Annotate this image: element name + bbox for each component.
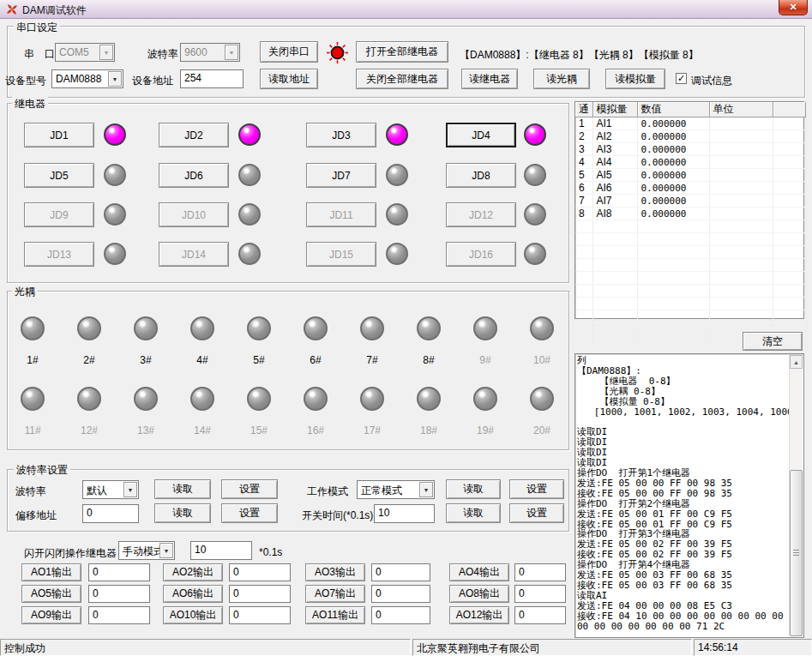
scroll-up-arrow-icon[interactable]: ▲ xyxy=(790,355,803,369)
chevron-down-icon[interactable]: ▼ xyxy=(123,482,137,497)
model-select[interactable]: DAM0888 ▼ xyxy=(51,69,123,88)
table-row[interactable]: 7AI70.000000 xyxy=(575,195,805,208)
clear-log-button[interactable]: 清空 xyxy=(743,332,803,351)
opto-led-1 xyxy=(21,316,45,340)
table-row[interactable]: 2AI20.000000 xyxy=(575,130,805,143)
table-cell xyxy=(637,298,709,310)
relay-button-jd9[interactable]: JD9 xyxy=(24,202,94,227)
chevron-down-icon[interactable]: ▼ xyxy=(419,482,433,497)
com-port-select[interactable]: COM5 ▼ xyxy=(55,43,115,62)
baud-setting-select[interactable]: 默认 ▼ xyxy=(82,480,139,499)
read-opto-button[interactable]: 读光耦 xyxy=(533,69,590,89)
open-all-relays-button[interactable]: 打开全部继电器 xyxy=(356,41,448,63)
debug-info-checkbox[interactable]: ✓ xyxy=(676,73,687,84)
analog-col-header[interactable] xyxy=(773,102,805,117)
switchtime-input[interactable]: 10 xyxy=(374,504,435,523)
ao-output-button-3[interactable]: AO3输出 xyxy=(305,563,365,581)
close-all-relays-button[interactable]: 关闭全部继电器 xyxy=(356,69,448,89)
ao-output-input-10[interactable]: 0 xyxy=(229,606,291,624)
analog-col-header[interactable]: 通 xyxy=(575,102,592,117)
ao-output-button-12[interactable]: AO12输出 xyxy=(449,606,509,624)
baud-set-button[interactable]: 设置 xyxy=(221,479,278,499)
log-line: 读取DI xyxy=(577,437,789,448)
relay-button-jd5[interactable]: JD5 xyxy=(24,163,94,188)
ao-output-button-5[interactable]: AO5输出 xyxy=(21,585,81,603)
relay-button-jd2[interactable]: JD2 xyxy=(159,123,229,147)
table-row[interactable]: 3AI30.000000 xyxy=(575,143,805,156)
close-serial-button[interactable]: 关闭串口 xyxy=(260,41,318,63)
workmode-select[interactable]: 正常模式 ▼ xyxy=(357,480,435,499)
flash-mode-select[interactable]: 手动模式 ▼ xyxy=(118,541,175,560)
ao-output-button-10[interactable]: AO10输出 xyxy=(163,606,223,624)
flash-time-input[interactable]: 10 xyxy=(190,541,252,560)
ao-output-input-12[interactable]: 0 xyxy=(514,606,566,624)
relay-button-jd14[interactable]: JD14 xyxy=(159,242,229,267)
relay-button-jd3[interactable]: JD3 xyxy=(306,123,376,147)
read-relay-button[interactable]: 读继电器 xyxy=(461,69,518,89)
ao-output-button-1[interactable]: AO1输出 xyxy=(21,563,81,581)
ao-output-input-9[interactable]: 0 xyxy=(88,606,150,624)
analog-col-header[interactable]: 单位 xyxy=(709,102,773,117)
relay-button-jd10[interactable]: JD10 xyxy=(159,202,229,227)
table-row[interactable]: 5AI50.000000 xyxy=(575,169,805,182)
offset-set-button[interactable]: 设置 xyxy=(221,503,278,523)
ao-output-input-5[interactable]: 0 xyxy=(88,585,150,603)
switchtime-set-button[interactable]: 设置 xyxy=(509,503,564,523)
relay-button-jd16[interactable]: JD16 xyxy=(446,242,516,267)
analog-col-header[interactable]: 数值 xyxy=(637,102,709,117)
ao-output-button-4[interactable]: AO4输出 xyxy=(449,563,509,581)
table-row[interactable]: 1AI10.000000 xyxy=(575,117,805,130)
table-row[interactable]: 4AI40.000000 xyxy=(575,156,805,169)
read-analog-button[interactable]: 读模拟量 xyxy=(605,69,665,89)
ao-output-input-3[interactable]: 0 xyxy=(371,563,430,581)
table-cell xyxy=(709,233,773,246)
relay-button-jd11[interactable]: JD11 xyxy=(306,202,376,227)
table-cell xyxy=(709,143,773,156)
baud-select[interactable]: 9600 ▼ xyxy=(180,43,240,62)
ao-output-button-11[interactable]: AO11输出 xyxy=(305,606,365,624)
chevron-down-icon[interactable]: ▼ xyxy=(225,45,238,60)
relay-button-jd8[interactable]: JD8 xyxy=(446,163,516,188)
ao-output-input-2[interactable]: 0 xyxy=(229,563,291,581)
relay-button-jd4[interactable]: JD4 xyxy=(446,123,516,147)
chevron-down-icon[interactable]: ▼ xyxy=(108,71,122,87)
table-row-empty xyxy=(575,233,805,246)
ao-output-input-8[interactable]: 0 xyxy=(514,585,566,603)
table-row[interactable]: 8AI80.000000 xyxy=(575,208,805,220)
ao-output-input-7[interactable]: 0 xyxy=(371,585,430,603)
relay-button-jd15[interactable]: JD15 xyxy=(306,242,376,267)
opto-led-18 xyxy=(417,387,441,411)
table-row[interactable]: 6AI60.000000 xyxy=(575,182,805,195)
close-button[interactable]: ✕ xyxy=(779,0,808,15)
log-scrollbar[interactable]: ▲ xyxy=(789,355,803,636)
switchtime-read-button[interactable]: 读取 xyxy=(446,503,501,523)
baud-read-button[interactable]: 读取 xyxy=(154,479,211,499)
opto-label-13: 13# xyxy=(131,424,160,436)
offset-input[interactable]: 0 xyxy=(82,504,139,523)
device-addr-input[interactable]: 254 xyxy=(180,69,244,88)
relay-button-jd6[interactable]: JD6 xyxy=(159,163,229,188)
relay-button-jd1[interactable]: JD1 xyxy=(24,123,94,147)
ao-output-input-4[interactable]: 0 xyxy=(514,563,566,581)
ao-output-button-2[interactable]: AO2输出 xyxy=(163,563,223,581)
read-addr-button[interactable]: 读取地址 xyxy=(260,69,318,89)
ao-output-button-8[interactable]: AO8输出 xyxy=(449,585,509,603)
relay-led-jd10 xyxy=(238,203,261,226)
opto-label-14: 14# xyxy=(188,424,217,436)
relay-button-jd7[interactable]: JD7 xyxy=(306,163,376,188)
scrollbar-thumb[interactable] xyxy=(790,470,803,636)
workmode-read-button[interactable]: 读取 xyxy=(446,479,501,499)
relay-button-jd13[interactable]: JD13 xyxy=(24,242,94,267)
ao-output-input-11[interactable]: 0 xyxy=(371,606,430,624)
analog-col-header[interactable]: 模拟量 xyxy=(592,102,637,117)
workmode-set-button[interactable]: 设置 xyxy=(509,479,564,499)
ao-output-button-6[interactable]: AO6输出 xyxy=(163,585,223,603)
relay-button-jd12[interactable]: JD12 xyxy=(446,202,516,227)
ao-output-input-6[interactable]: 0 xyxy=(229,585,291,603)
chevron-down-icon[interactable]: ▼ xyxy=(99,45,113,60)
offset-read-button[interactable]: 读取 xyxy=(154,503,211,523)
ao-output-button-7[interactable]: AO7输出 xyxy=(305,585,365,603)
ao-output-input-1[interactable]: 0 xyxy=(88,563,150,581)
chevron-down-icon[interactable]: ▼ xyxy=(159,543,173,558)
ao-output-button-9[interactable]: AO9输出 xyxy=(21,606,81,624)
